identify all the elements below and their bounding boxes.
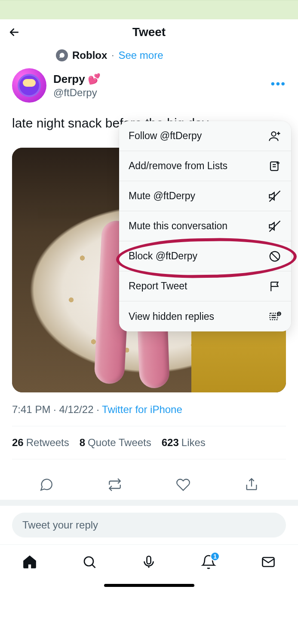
block-icon [268,249,282,263]
menu-mute-conversation[interactable]: Mute this conversation [119,211,291,241]
menu-item-label: View hidden replies [129,311,214,322]
menu-item-label: Add/remove from Lists [129,160,227,172]
divider [12,459,286,459]
menu-block[interactable]: Block @ftDerpy [119,241,291,271]
follow-icon [268,129,282,143]
share-button[interactable] [243,476,260,493]
divider [12,426,286,426]
topic-name[interactable]: Roblox [72,49,107,61]
svg-rect-6 [270,313,278,320]
topic-chat-icon [56,49,68,61]
status-strip [0,0,298,19]
notification-badge: 1 [210,552,220,561]
list-icon [268,159,282,173]
actions-row [12,470,286,500]
page-title: Tweet [132,25,166,39]
reply-placeholder: Tweet your reply [22,519,98,531]
user-row: Derpy 💕 @ftDerpy [12,68,286,103]
reply-button[interactable] [38,476,55,493]
menu-item-label: Block @ftDerpy [129,250,197,262]
separator-dot: · [111,50,114,61]
nav-messages[interactable] [259,553,278,571]
menu-item-label: Follow @ftDerpy [129,130,202,142]
nav-home[interactable] [20,553,39,571]
tweet-options-menu: Follow @ftDerpy Add/remove from Lists Mu… [119,121,291,331]
menu-report[interactable]: Report Tweet [119,271,291,301]
section-divider [0,500,298,506]
flag-icon [268,279,282,293]
retweets-stat[interactable]: 26Retweets [12,437,69,449]
tweet-time[interactable]: 7:41 PM [12,404,50,415]
mute-icon [268,189,282,203]
likes-stat[interactable]: 623Likes [162,437,206,449]
back-button[interactable] [8,23,27,42]
menu-item-label: Report Tweet [129,280,187,292]
display-name[interactable]: Derpy 💕 [53,73,101,86]
reply-row: Tweet your reply [0,506,298,544]
user-handle[interactable]: @ftDerpy [53,87,101,99]
quotes-stat[interactable]: 8Quote Tweets [80,437,151,449]
hidden-replies-icon [268,310,282,323]
menu-item-label: Mute this conversation [129,220,227,232]
display-name-text: Derpy [53,73,85,86]
menu-hidden-replies[interactable]: View hidden replies [119,301,291,331]
home-indicator [0,580,298,592]
like-button[interactable] [175,476,192,493]
tweet-date[interactable]: 4/12/22 [59,404,93,415]
header: Tweet [0,19,298,45]
see-more-link[interactable]: See more [118,49,163,61]
bottom-nav: 1 [0,544,298,580]
tweet-source[interactable]: Twitter for iPhone [102,404,182,415]
tweet-meta: 7:41 PM · 4/12/22 · Twitter for iPhone [12,404,286,416]
menu-mute-user[interactable]: Mute @ftDerpy [119,181,291,211]
mute-icon [268,219,282,233]
svg-rect-1 [147,556,151,564]
more-options-button[interactable]: ••• [271,77,286,91]
avatar[interactable] [12,68,46,103]
nav-spaces[interactable] [139,553,158,571]
menu-lists[interactable]: Add/remove from Lists [119,151,291,181]
menu-item-label: Mute @ftDerpy [129,190,195,202]
retweet-button[interactable] [106,476,123,493]
reply-input[interactable]: Tweet your reply [12,513,286,538]
nav-notifications[interactable]: 1 [199,553,218,571]
menu-follow[interactable]: Follow @ftDerpy [119,121,291,151]
name-emoji: 💕 [88,73,101,85]
stats-row: 26Retweets 8Quote Tweets 623Likes [12,437,286,449]
nav-search[interactable] [80,553,99,571]
svg-point-3 [272,132,276,136]
topic-row: Roblox · See more [56,49,298,61]
svg-point-0 [84,557,93,566]
